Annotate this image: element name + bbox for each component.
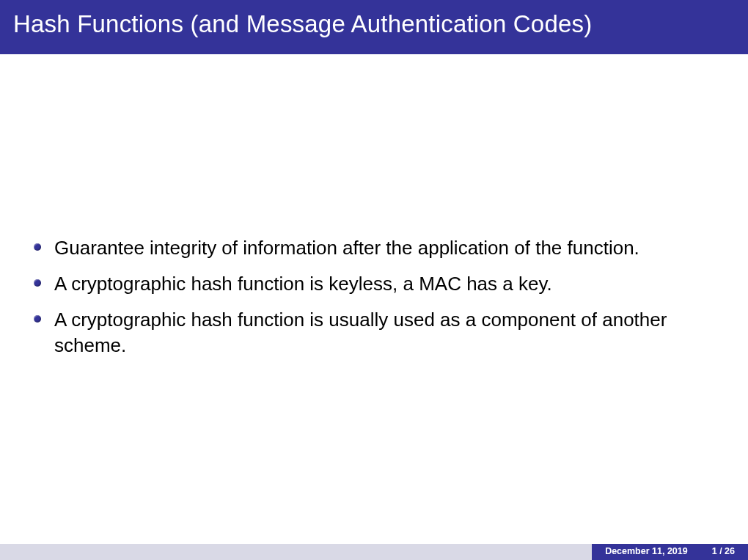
- list-item: Guarantee integrity of information after…: [29, 235, 719, 261]
- footer-page-number: 1 / 26: [701, 544, 748, 560]
- list-item: A cryptographic hash function is keyless…: [29, 271, 719, 297]
- slide-body: Guarantee integrity of information after…: [0, 54, 748, 544]
- footer-spacer: [0, 544, 592, 560]
- list-item: A cryptographic hash function is usually…: [29, 307, 719, 358]
- footer: December 11, 2019 1 / 26: [0, 544, 748, 560]
- footer-date: December 11, 2019: [592, 544, 701, 560]
- bullet-list: Guarantee integrity of information after…: [29, 229, 719, 369]
- slide-title: Hash Functions (and Message Authenticati…: [0, 0, 748, 54]
- slide: Hash Functions (and Message Authenticati…: [0, 0, 748, 560]
